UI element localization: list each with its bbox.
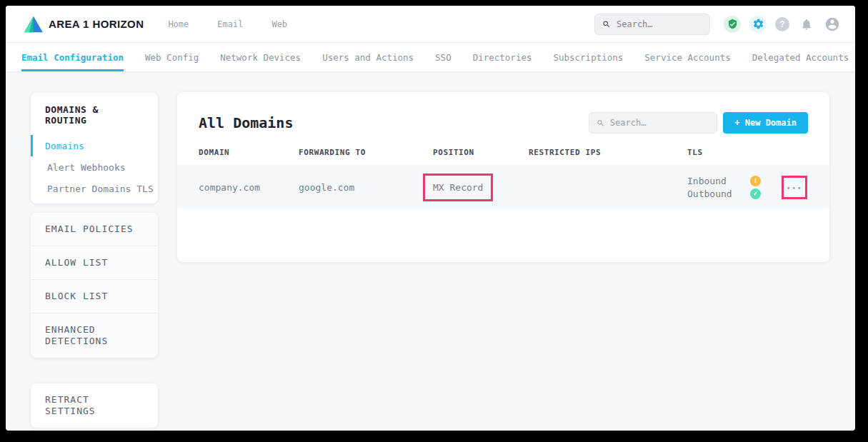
sidebar-item-email-policies[interactable]: EMAIL POLICIES [31, 213, 158, 246]
app-window: AREA 1 HORIZON Home Email Web ? [6, 6, 855, 431]
domains-routing-card: DOMAINS & ROUTING Domains Alert Webhooks… [31, 93, 158, 204]
main-content: DOMAINS & ROUTING Domains Alert Webhooks… [6, 71, 855, 431]
sidebar-item-retract-settings[interactable]: RETRACT SETTINGS [31, 383, 158, 428]
kebab-menu-icon[interactable] [787, 182, 803, 193]
page-title: All Domains [199, 114, 293, 131]
retract-settings-card: RETRACT SETTINGS [31, 383, 158, 428]
tab-directories[interactable]: Directories [473, 43, 532, 71]
tls-outbound-label: Outbound [687, 189, 750, 199]
tab-web-config[interactable]: Web Config [145, 43, 199, 71]
sidebar-item-partner-domains-tls[interactable]: Partner Domains TLS [31, 178, 158, 199]
col-header-position: POSITION [433, 148, 529, 157]
cell-forwarding-to: google.com [299, 182, 433, 193]
domains-routing-title: DOMAINS & ROUTING [31, 104, 158, 126]
tab-subscriptions[interactable]: Subscriptions [553, 43, 623, 71]
sidebar-item-alert-webhooks[interactable]: Alert Webhooks [31, 156, 158, 178]
table-row[interactable]: company.com google.com MX Record Inbound… [177, 165, 829, 209]
position-value: MX Record [433, 182, 483, 193]
highlight-box-position: MX Record [423, 174, 493, 201]
col-header-forwarding-to: FORWARDING TO [299, 148, 433, 157]
global-search[interactable] [594, 14, 710, 35]
domains-search[interactable] [589, 112, 717, 134]
gear-icon[interactable] [749, 16, 767, 33]
search-icon [597, 119, 604, 128]
col-header-restricted-ips: RESTRICTED IPS [529, 148, 687, 157]
tab-service-accounts[interactable]: Service Accounts [644, 43, 730, 71]
sidebar-item-domains[interactable]: Domains [31, 135, 158, 156]
tls-inbound: Inbound ! [687, 176, 782, 186]
top-nav: Home Email Web [168, 19, 287, 29]
warning-icon: ! [750, 176, 761, 186]
user-icon[interactable] [824, 16, 841, 33]
topbar: AREA 1 HORIZON Home Email Web ? [6, 6, 855, 43]
panel-header: All Domains + New Domain [177, 92, 829, 134]
panel-controls: + New Domain [589, 112, 808, 134]
domains-search-input[interactable] [610, 118, 710, 128]
area1-logo[interactable]: AREA 1 HORIZON [21, 15, 144, 34]
cell-tls: Inbound ! Outbound ✓ [687, 176, 782, 199]
bell-icon[interactable] [798, 16, 815, 33]
col-header-tls: TLS [687, 148, 782, 157]
search-icon [602, 19, 611, 29]
shield-check-icon[interactable] [724, 16, 741, 33]
sidebar-item-allow-list[interactable]: ALLOW LIST [31, 246, 158, 280]
global-search-input[interactable] [617, 19, 702, 29]
tab-delegated-accounts[interactable]: Delegated Accounts [752, 43, 849, 71]
policies-card: EMAIL POLICIES ALLOW LIST BLOCK LIST ENH… [31, 213, 158, 358]
help-icon[interactable]: ? [775, 17, 789, 31]
all-domains-panel: All Domains + New Domain DOMAIN FORWARDI… [177, 92, 829, 262]
topnav-email[interactable]: Email [217, 19, 243, 29]
sidebar-item-block-list[interactable]: BLOCK LIST [31, 280, 158, 313]
tls-inbound-label: Inbound [687, 176, 750, 186]
config-tabbar: Email Configuration Web Config Network D… [6, 43, 855, 71]
highlight-box-actions [782, 176, 807, 199]
area1-logo-icon [21, 15, 43, 34]
topnav-home[interactable]: Home [168, 19, 189, 29]
col-header-domain: DOMAIN [199, 148, 299, 157]
cell-position: MX Record [433, 174, 529, 201]
brand-text: AREA 1 HORIZON [49, 18, 144, 30]
check-icon: ✓ [750, 189, 761, 199]
tab-users-and-actions[interactable]: Users and Actions [322, 43, 414, 71]
new-domain-button[interactable]: + New Domain [723, 112, 808, 134]
sidebar-item-enhanced-detections[interactable]: ENHANCED DETECTIONS [31, 313, 158, 358]
tls-outbound: Outbound ✓ [687, 189, 782, 199]
cell-actions [782, 176, 829, 199]
topnav-web[interactable]: Web [271, 19, 287, 29]
table-header-row: DOMAIN FORWARDING TO POSITION RESTRICTED… [177, 148, 829, 165]
tab-sso[interactable]: SSO [435, 43, 452, 71]
tab-email-configuration[interactable]: Email Configuration [21, 43, 124, 71]
tab-network-devices[interactable]: Network Devices [220, 43, 301, 71]
topbar-icons: ? [724, 16, 841, 33]
cell-domain: company.com [199, 182, 299, 193]
